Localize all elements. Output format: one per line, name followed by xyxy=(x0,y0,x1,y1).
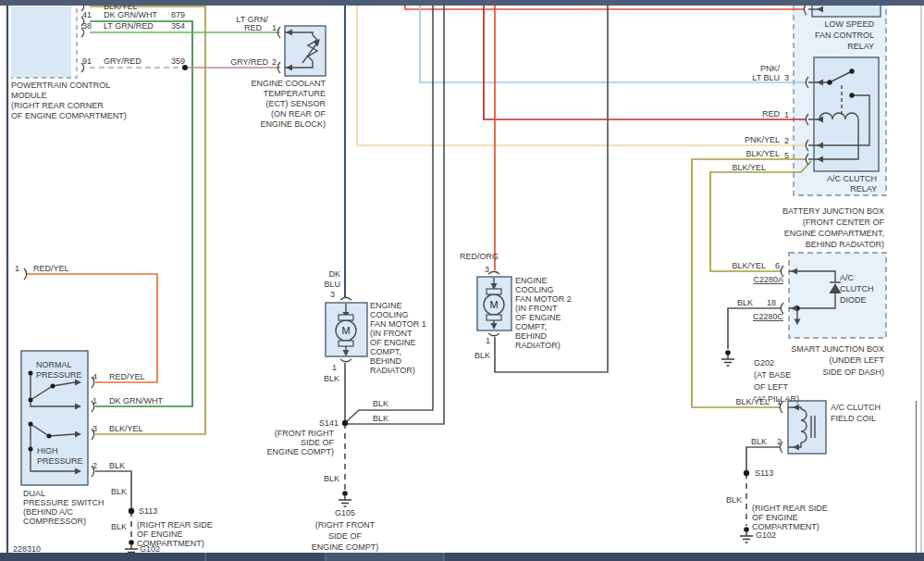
sjb-connector-c2280c: C2280C xyxy=(753,312,784,321)
wiring-diagram-canvas: M M xyxy=(0,0,924,561)
s113-junction-right xyxy=(744,470,749,476)
coil-blk-label: BLK xyxy=(726,495,742,505)
fan2-label-line: BEHIND xyxy=(515,331,548,341)
fan1-blk: BLK xyxy=(324,374,339,383)
relay-pin3-wire2: LT BLU xyxy=(752,73,780,82)
fan2-pin1: 1 xyxy=(486,336,490,345)
ect-label-line: ENGINE BLOCK) xyxy=(260,119,326,129)
page-background xyxy=(0,0,924,561)
fan1-label-line: COMPT, xyxy=(370,347,401,356)
relay-pin3: 3 xyxy=(784,73,789,82)
sjb-pin6-wire: BLK/YEL xyxy=(732,261,766,270)
g105-label-line: (RIGHT FRONT xyxy=(315,520,376,530)
fan1-label-line: OF ENGINE xyxy=(370,338,416,347)
fan1-pin1: 1 xyxy=(332,363,337,372)
pcm-pin38: 38 xyxy=(82,21,92,31)
sjb-pin18: 18 xyxy=(767,298,776,307)
taskbar[interactable] xyxy=(0,553,924,561)
fan1-label-line: BEHIND xyxy=(370,356,402,366)
sjb-connector-c2280a: C2280A xyxy=(753,275,783,284)
g102-right-label: G102 xyxy=(756,530,776,540)
coil-pin1-wire: BLK/YEL xyxy=(735,397,770,406)
bjb-label-line: (FRONT CENTER OF xyxy=(803,218,885,227)
lsf-label-line: RELAY xyxy=(847,42,874,51)
relay-pin1-wire: RED xyxy=(762,109,781,118)
fan1-wire-dk: DK xyxy=(328,269,340,279)
motor-m-symbol: M xyxy=(341,325,350,336)
fan1-label-line: (IN FRONT xyxy=(370,329,413,338)
relay-branch-wire: BLK/YEL xyxy=(732,163,766,172)
pcm-pin38-circuit: 354 xyxy=(171,21,185,31)
g202-label: G202 xyxy=(754,358,774,368)
g105-label-line: SIDE OF xyxy=(328,531,363,541)
relay-pin2-wire: PNK/YEL xyxy=(745,135,780,144)
bjb-label-line: BATTERY JUNCTION BOX xyxy=(782,206,884,216)
motor-m-symbol: M xyxy=(489,299,498,310)
ect-wire1-label2: RED xyxy=(244,23,263,32)
dps-high-line: HIGH xyxy=(37,446,58,455)
dps-high-line: PRESSURE xyxy=(37,456,83,466)
ect-label-line: TEMPERATURE xyxy=(264,89,326,98)
dps-pin1-wire: DK GRN/WHT xyxy=(109,396,163,405)
s113-label-left: S113 xyxy=(139,506,157,516)
ac-relay-label-line: RELAY xyxy=(850,184,877,193)
dps-label-line: PRESSURE SWITCH xyxy=(23,498,105,507)
dps-pin2: 2 xyxy=(92,461,97,470)
sjb-label-line: SIDE OF DASH) xyxy=(822,368,884,377)
dps-normal-line: PRESSURE xyxy=(36,370,82,380)
pcm-pin41-wire: DK GRN/WHT xyxy=(104,10,157,19)
bjb-label-line: ENGINE COMPARTMENT, xyxy=(784,229,884,238)
edge-connector-wire: RED/YEL xyxy=(33,264,69,273)
bus-blk-label-b: BLK xyxy=(373,414,388,423)
fan2-label-line: COMPT, xyxy=(515,322,547,331)
window-title-bar-sliver xyxy=(0,0,924,6)
s113-label-right: S113 xyxy=(755,468,773,478)
diode-label-line: CLUTCH xyxy=(840,284,874,293)
g105-label-line: ENGINE COMPT) xyxy=(312,542,379,552)
g102-right-label-line: (RIGHT REAR SIDE xyxy=(752,504,828,513)
fan2-label-line: OF ENGINE xyxy=(515,313,561,322)
pcm-pin91: 91 xyxy=(82,56,92,66)
lsf-label-line: LOW SPEED xyxy=(824,19,874,29)
g202-label-line: (AT BASE xyxy=(754,370,791,380)
fan2-wire-label: RED/ORG xyxy=(460,252,499,261)
s113-junction-left xyxy=(129,508,134,514)
coil-label-line: A/C CLUTCH xyxy=(831,403,881,412)
fan1-pin3: 3 xyxy=(330,290,335,299)
edge-connector-pin: 1 xyxy=(15,264,19,273)
ac-relay-label-line: A/C CLUTCH xyxy=(827,174,877,183)
smart-junction-box xyxy=(789,253,886,338)
pcm-box xyxy=(11,6,71,78)
sjb-label-line: SMART JUNCTION BOX xyxy=(791,344,884,354)
fan2-pin3: 3 xyxy=(485,265,489,274)
dps-pin3: 3 xyxy=(92,424,97,433)
taskbar-active-window-button[interactable] xyxy=(326,553,444,561)
ect-wire2-label: GRY/RED xyxy=(230,57,268,67)
g102-right-label-line: OF ENGINE xyxy=(752,513,798,522)
dps-label-line: COMPRESSOR) xyxy=(23,517,86,526)
diode-label-line: DIODE xyxy=(840,295,867,305)
pcm-label-line: OF ENGINE COMPARTMENT) xyxy=(11,111,127,120)
fan2-label-line: ENGINE xyxy=(515,276,548,285)
g102-left-label-line: OF ENGINE xyxy=(137,530,183,539)
page-number: 228310 xyxy=(13,544,41,554)
sjb-pin6: 6 xyxy=(775,261,780,270)
ect-label-line: (ON REAR OF xyxy=(271,109,326,118)
g202-label-line: OF LEFT xyxy=(754,382,789,392)
fan1-label-line: COOLING xyxy=(370,310,409,319)
fan1-label-line: FAN MOTOR 1 xyxy=(370,319,426,329)
dps-normal-line: NORMAL xyxy=(36,360,72,369)
coil-pin2: 2 xyxy=(777,437,782,446)
sjb-pin18-wire: BLK xyxy=(737,298,753,307)
fan1-label-line: RADIATOR) xyxy=(370,366,415,375)
s141-blk-down: BLK xyxy=(324,474,339,483)
fan1-wire-blu: BLU xyxy=(324,280,340,289)
g105-label: G105 xyxy=(335,508,355,517)
dps-pin1: 1 xyxy=(92,396,97,405)
relay-pin2: 2 xyxy=(784,136,789,145)
pcm-label-line: MODULE xyxy=(11,91,47,100)
s141-label-line: (FRONT RIGHT xyxy=(275,429,335,438)
relay-pin1: 1 xyxy=(784,110,789,119)
pcm-label-line: (RIGHT REAR CORNER xyxy=(11,101,104,110)
dps-pin4: 4 xyxy=(92,372,97,381)
